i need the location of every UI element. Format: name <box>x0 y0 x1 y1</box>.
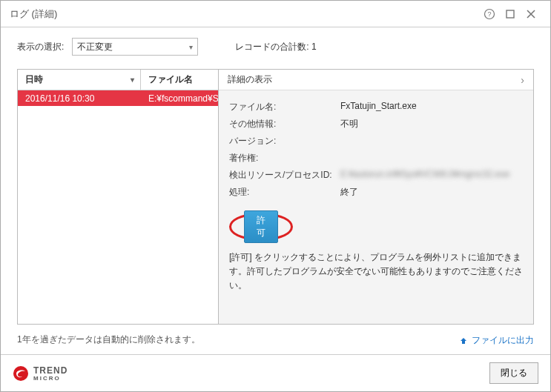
main-panes: 日時 ▾ ファイル名 2016/11/16 10:30 E:¥fscommand… <box>17 69 534 325</box>
allow-button-highlight: 許可 <box>229 213 293 240</box>
sort-indicator-icon: ▾ <box>131 76 134 84</box>
footer: TREND MICRO 閉じる <box>1 354 550 391</box>
detail-row-action: 処理: 終了 <box>229 186 523 199</box>
close-button[interactable]: 閉じる <box>489 362 538 384</box>
allow-note: [許可] をクリックすることにより、プログラムを例外リストに追加できます。許可し… <box>229 250 523 293</box>
col-header-date[interactable]: 日時 ▾ <box>18 70 141 90</box>
svg-point-5 <box>13 366 28 381</box>
svg-text:?: ? <box>487 10 491 18</box>
titlebar: ログ (詳細) ? <box>1 1 550 27</box>
filter-row: 表示の選択: 不正変更 ▾ レコードの合計数: 1 <box>17 38 534 56</box>
detail-label: バージョン: <box>229 135 340 147</box>
svg-rect-2 <box>507 10 514 18</box>
detail-row-resource: 検出リソース/プロセスID: E:¥autorun.inf¥Sys¥VCW8.0… <box>229 169 523 182</box>
detail-row-other: その他情報: 不明 <box>229 118 523 130</box>
window-title: ログ (詳細) <box>10 7 479 21</box>
close-icon[interactable] <box>521 4 541 24</box>
detail-row-version: バージョン: <box>229 135 523 147</box>
detail-value: 終了 <box>340 186 523 199</box>
detail-label: 処理: <box>229 186 340 199</box>
detail-value: E:¥autorun.inf¥Sys¥VCW8.0¥mgrvc32.exe <box>340 169 523 182</box>
detail-value: 不明 <box>340 118 523 130</box>
help-icon[interactable]: ? <box>479 4 500 24</box>
brand-logo: TREND MICRO <box>13 365 67 382</box>
detail-row-author: 著作権: <box>229 152 523 165</box>
export-icon <box>458 336 469 346</box>
table-body: 2016/11/16 10:30 E:¥fscommand¥S <box>18 90 218 324</box>
window: ログ (詳細) ? 表示の選択: 不正変更 ▾ レコードの合計数: 1 <box>0 0 551 392</box>
chevron-right-icon: › <box>521 74 524 86</box>
display-select[interactable]: 不正変更 ▾ <box>72 38 198 56</box>
detail-label: ファイル名: <box>229 101 340 113</box>
detail-row-file: ファイル名: FxTatujin_Start.exe <box>229 101 523 113</box>
detail-label: その他情報: <box>229 118 340 130</box>
detail-label: 著作権: <box>229 152 340 165</box>
allow-button[interactable]: 許可 <box>244 210 278 243</box>
log-table: 日時 ▾ ファイル名 2016/11/16 10:30 E:¥fscommand… <box>17 69 219 325</box>
export-link[interactable]: ファイルに出力 <box>458 334 534 347</box>
display-select-label: 表示の選択: <box>17 41 64 53</box>
col-header-file[interactable]: ファイル名 <box>141 70 218 90</box>
detail-pane: 詳細の表示 › ファイル名: FxTatujin_Start.exe その他情報… <box>219 69 534 325</box>
table-header: 日時 ▾ ファイル名 <box>18 70 218 90</box>
display-select-value: 不正変更 <box>77 41 113 53</box>
detail-header-label: 詳細の表示 <box>228 73 521 86</box>
record-count: レコードの合計数: 1 <box>235 41 316 53</box>
export-link-label: ファイルに出力 <box>472 334 534 347</box>
detail-value: FxTatujin_Start.exe <box>340 101 523 113</box>
records-count: 1 <box>311 41 317 52</box>
table-row[interactable]: 2016/11/16 10:30 E:¥fscommand¥S <box>18 90 218 106</box>
cell-file: E:¥fscommand¥S <box>141 93 218 104</box>
detail-body: ファイル名: FxTatujin_Start.exe その他情報: 不明 バージ… <box>219 90 533 304</box>
detail-value <box>340 135 523 147</box>
detail-value <box>340 152 523 165</box>
detail-label: 検出リソース/プロセスID: <box>229 169 340 182</box>
content-area: 表示の選択: 不正変更 ▾ レコードの合計数: 1 日時 ▾ ファイル名 <box>1 27 550 354</box>
trend-micro-icon <box>13 365 29 382</box>
detail-header[interactable]: 詳細の表示 › <box>219 70 533 90</box>
maximize-icon[interactable] <box>500 4 521 24</box>
chevron-down-icon: ▾ <box>189 43 193 51</box>
brand-top: TREND <box>33 365 67 376</box>
brand-bottom: MICRO <box>33 376 67 382</box>
records-label: レコードの合計数: <box>235 41 309 52</box>
cell-date: 2016/11/16 10:30 <box>18 93 141 104</box>
